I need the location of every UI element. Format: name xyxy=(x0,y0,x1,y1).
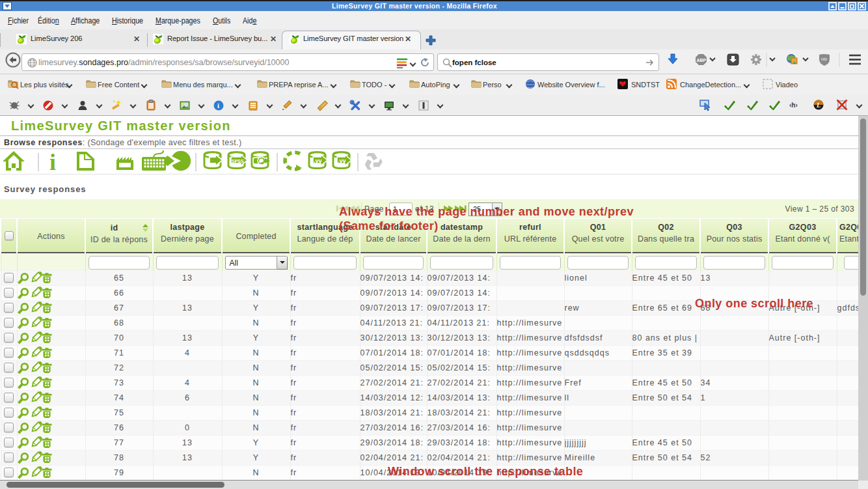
svg-text:i: i xyxy=(217,102,219,109)
svg-text:L: L xyxy=(816,102,821,109)
svg-text:ABP: ABP xyxy=(697,58,707,63)
svg-text:.vv: .vv xyxy=(338,158,346,164)
svg-text:.vv: .vv xyxy=(314,158,322,164)
svg-text:SPSS: SPSS xyxy=(232,159,244,163)
svg-text:i: i xyxy=(49,149,56,175)
svg-text:UO: UO xyxy=(821,57,827,61)
